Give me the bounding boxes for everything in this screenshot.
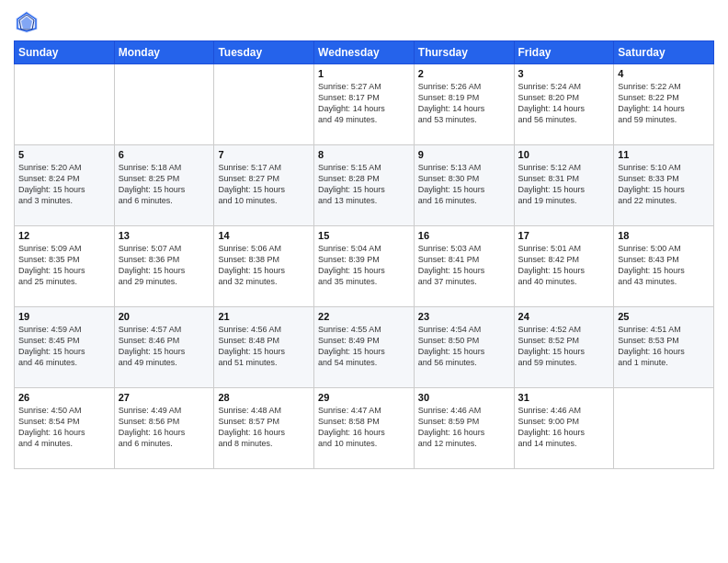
header	[14, 9, 714, 35]
calendar-cell: 22Sunrise: 4:55 AMSunset: 8:49 PMDayligh…	[314, 307, 415, 388]
day-header-sunday: Sunday	[15, 41, 115, 64]
day-content: Sunrise: 5:04 AMSunset: 8:39 PMDaylight:…	[318, 243, 410, 288]
day-content: Sunrise: 5:15 AMSunset: 8:28 PMDaylight:…	[318, 162, 410, 207]
day-number: 29	[318, 392, 410, 403]
day-number: 12	[18, 230, 110, 241]
day-content: Sunrise: 5:00 AMSunset: 8:43 PMDaylight:…	[618, 243, 710, 288]
day-content: Sunrise: 5:07 AMSunset: 8:36 PMDaylight:…	[119, 243, 210, 288]
week-row-0: 1Sunrise: 5:27 AMSunset: 8:17 PMDaylight…	[15, 64, 714, 145]
day-header-monday: Monday	[114, 41, 214, 64]
calendar-cell: 20Sunrise: 4:57 AMSunset: 8:46 PMDayligh…	[114, 307, 214, 388]
week-row-1: 5Sunrise: 5:20 AMSunset: 8:24 PMDaylight…	[15, 145, 714, 226]
day-content: Sunrise: 5:10 AMSunset: 8:33 PMDaylight:…	[618, 162, 710, 207]
day-content: Sunrise: 5:20 AMSunset: 8:24 PMDaylight:…	[18, 162, 110, 207]
day-content: Sunrise: 4:46 AMSunset: 9:00 PMDaylight:…	[518, 405, 610, 450]
day-number: 30	[418, 392, 510, 403]
day-number: 22	[318, 311, 410, 322]
day-content: Sunrise: 5:06 AMSunset: 8:38 PMDaylight:…	[218, 243, 310, 288]
day-number: 9	[418, 149, 510, 160]
day-number: 18	[618, 230, 710, 241]
week-row-3: 19Sunrise: 4:59 AMSunset: 8:45 PMDayligh…	[15, 307, 714, 388]
day-content: Sunrise: 4:50 AMSunset: 8:54 PMDaylight:…	[18, 405, 110, 450]
days-of-week-row: SundayMondayTuesdayWednesdayThursdayFrid…	[15, 41, 714, 64]
day-content: Sunrise: 5:17 AMSunset: 8:27 PMDaylight:…	[218, 162, 310, 207]
calendar-cell: 2Sunrise: 5:26 AMSunset: 8:19 PMDaylight…	[414, 64, 514, 145]
day-number: 20	[119, 311, 210, 322]
calendar-cell: 23Sunrise: 4:54 AMSunset: 8:50 PMDayligh…	[414, 307, 514, 388]
day-content: Sunrise: 4:54 AMSunset: 8:50 PMDaylight:…	[418, 324, 510, 369]
day-number: 14	[218, 230, 310, 241]
day-number: 8	[318, 149, 410, 160]
calendar-cell	[15, 64, 115, 145]
calendar-body: 1Sunrise: 5:27 AMSunset: 8:17 PMDaylight…	[15, 64, 714, 469]
day-number: 19	[18, 311, 110, 322]
calendar-cell	[114, 64, 214, 145]
day-number: 27	[119, 392, 210, 403]
day-content: Sunrise: 5:22 AMSunset: 8:22 PMDaylight:…	[618, 81, 710, 126]
logo-icon	[14, 9, 40, 35]
day-content: Sunrise: 5:09 AMSunset: 8:35 PMDaylight:…	[18, 243, 110, 288]
calendar-cell: 3Sunrise: 5:24 AMSunset: 8:20 PMDaylight…	[514, 64, 614, 145]
calendar-cell: 26Sunrise: 4:50 AMSunset: 8:54 PMDayligh…	[15, 388, 115, 469]
day-number: 13	[119, 230, 210, 241]
calendar-cell	[614, 388, 714, 469]
day-number: 15	[318, 230, 410, 241]
calendar-cell: 24Sunrise: 4:52 AMSunset: 8:52 PMDayligh…	[514, 307, 614, 388]
day-number: 2	[418, 68, 510, 79]
calendar-cell: 19Sunrise: 4:59 AMSunset: 8:45 PMDayligh…	[15, 307, 115, 388]
day-content: Sunrise: 4:52 AMSunset: 8:52 PMDaylight:…	[518, 324, 610, 369]
calendar-table: SundayMondayTuesdayWednesdayThursdayFrid…	[14, 40, 714, 469]
day-number: 5	[18, 149, 110, 160]
calendar-cell: 21Sunrise: 4:56 AMSunset: 8:48 PMDayligh…	[214, 307, 314, 388]
day-content: Sunrise: 4:51 AMSunset: 8:53 PMDaylight:…	[618, 324, 710, 369]
logo	[14, 9, 41, 35]
day-content: Sunrise: 5:03 AMSunset: 8:41 PMDaylight:…	[418, 243, 510, 288]
day-content: Sunrise: 4:56 AMSunset: 8:48 PMDaylight:…	[218, 324, 310, 369]
day-number: 3	[518, 68, 610, 79]
day-content: Sunrise: 5:01 AMSunset: 8:42 PMDaylight:…	[518, 243, 610, 288]
day-number: 25	[618, 311, 710, 322]
calendar-cell: 7Sunrise: 5:17 AMSunset: 8:27 PMDaylight…	[214, 145, 314, 226]
calendar-cell: 14Sunrise: 5:06 AMSunset: 8:38 PMDayligh…	[214, 226, 314, 307]
day-number: 24	[518, 311, 610, 322]
calendar-cell: 31Sunrise: 4:46 AMSunset: 9:00 PMDayligh…	[514, 388, 614, 469]
day-number: 21	[218, 311, 310, 322]
day-content: Sunrise: 4:49 AMSunset: 8:56 PMDaylight:…	[119, 405, 210, 450]
day-header-tuesday: Tuesday	[214, 41, 314, 64]
day-number: 10	[518, 149, 610, 160]
calendar-cell: 6Sunrise: 5:18 AMSunset: 8:25 PMDaylight…	[114, 145, 214, 226]
day-content: Sunrise: 4:46 AMSunset: 8:59 PMDaylight:…	[418, 405, 510, 450]
day-number: 1	[318, 68, 410, 79]
day-content: Sunrise: 4:59 AMSunset: 8:45 PMDaylight:…	[18, 324, 110, 369]
day-content: Sunrise: 4:57 AMSunset: 8:46 PMDaylight:…	[119, 324, 210, 369]
day-number: 4	[618, 68, 710, 79]
day-number: 6	[119, 149, 210, 160]
calendar-cell: 17Sunrise: 5:01 AMSunset: 8:42 PMDayligh…	[514, 226, 614, 307]
day-content: Sunrise: 4:55 AMSunset: 8:49 PMDaylight:…	[318, 324, 410, 369]
calendar-cell: 10Sunrise: 5:12 AMSunset: 8:31 PMDayligh…	[514, 145, 614, 226]
day-number: 7	[218, 149, 310, 160]
calendar-cell	[214, 64, 314, 145]
calendar-header: SundayMondayTuesdayWednesdayThursdayFrid…	[15, 41, 714, 64]
calendar-cell: 8Sunrise: 5:15 AMSunset: 8:28 PMDaylight…	[314, 145, 415, 226]
day-number: 16	[418, 230, 510, 241]
page: SundayMondayTuesdayWednesdayThursdayFrid…	[0, 0, 728, 563]
calendar-cell: 16Sunrise: 5:03 AMSunset: 8:41 PMDayligh…	[414, 226, 514, 307]
day-content: Sunrise: 4:47 AMSunset: 8:58 PMDaylight:…	[318, 405, 410, 450]
calendar-cell: 29Sunrise: 4:47 AMSunset: 8:58 PMDayligh…	[314, 388, 415, 469]
day-number: 17	[518, 230, 610, 241]
calendar-cell: 1Sunrise: 5:27 AMSunset: 8:17 PMDaylight…	[314, 64, 415, 145]
day-header-friday: Friday	[514, 41, 614, 64]
day-content: Sunrise: 5:24 AMSunset: 8:20 PMDaylight:…	[518, 81, 610, 126]
week-row-2: 12Sunrise: 5:09 AMSunset: 8:35 PMDayligh…	[15, 226, 714, 307]
calendar-cell: 25Sunrise: 4:51 AMSunset: 8:53 PMDayligh…	[614, 307, 714, 388]
calendar-cell: 30Sunrise: 4:46 AMSunset: 8:59 PMDayligh…	[414, 388, 514, 469]
day-content: Sunrise: 5:13 AMSunset: 8:30 PMDaylight:…	[418, 162, 510, 207]
day-header-wednesday: Wednesday	[314, 41, 415, 64]
day-content: Sunrise: 5:18 AMSunset: 8:25 PMDaylight:…	[119, 162, 210, 207]
day-header-saturday: Saturday	[614, 41, 714, 64]
calendar-cell: 28Sunrise: 4:48 AMSunset: 8:57 PMDayligh…	[214, 388, 314, 469]
day-number: 26	[18, 392, 110, 403]
day-content: Sunrise: 4:48 AMSunset: 8:57 PMDaylight:…	[218, 405, 310, 450]
calendar-cell: 27Sunrise: 4:49 AMSunset: 8:56 PMDayligh…	[114, 388, 214, 469]
